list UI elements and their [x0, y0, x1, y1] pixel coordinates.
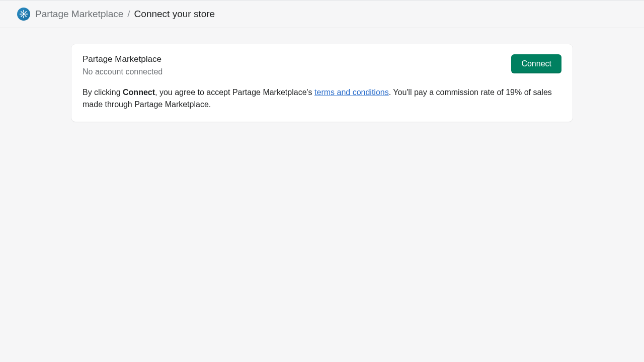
agreement-bold-word: Connect — [123, 88, 155, 97]
partage-logo-icon — [17, 8, 30, 21]
breadcrumb-separator: / — [127, 9, 130, 20]
connect-button[interactable]: Connect — [511, 54, 561, 73]
breadcrumb-parent[interactable]: Partage Marketplace — [35, 9, 123, 20]
agreement-prefix: By clicking — [83, 88, 123, 97]
card-title: Partage Marketplace — [83, 54, 163, 64]
card-header: Partage Marketplace No account connected… — [83, 54, 561, 76]
breadcrumb: Partage Marketplace / Connect your store — [35, 9, 215, 20]
agreement-mid1: , you agree to accept Partage Marketplac… — [155, 88, 314, 97]
card-subtitle: No account connected — [83, 67, 163, 76]
svg-point-0 — [23, 13, 25, 16]
breadcrumb-current: Connect your store — [134, 9, 215, 20]
terms-and-conditions-link[interactable]: terms and conditions — [314, 88, 389, 97]
agreement-text: By clicking Connect, you agree to accept… — [83, 86, 561, 111]
page-header: Partage Marketplace / Connect your store — [0, 0, 644, 28]
connect-card: Partage Marketplace No account connected… — [71, 44, 573, 122]
card-title-block: Partage Marketplace No account connected — [83, 54, 163, 76]
main-content: Partage Marketplace No account connected… — [0, 28, 644, 138]
